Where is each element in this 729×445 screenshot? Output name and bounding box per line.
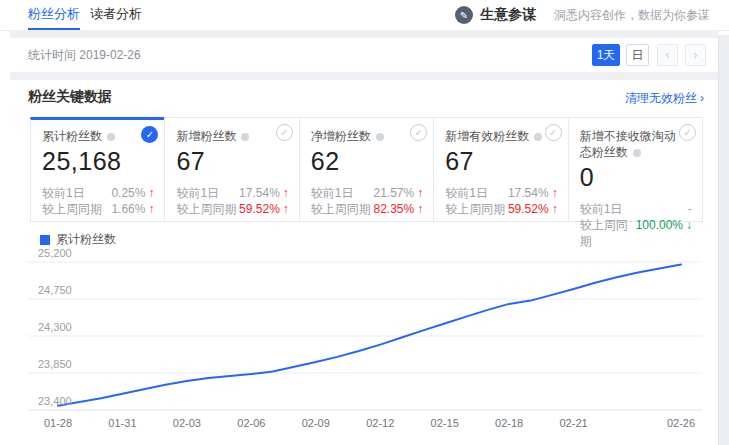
line-chart-canvas <box>0 225 718 445</box>
check-circle-icon: ✓ <box>141 126 158 143</box>
card-title: 新增粉丝数 <box>176 129 236 143</box>
compare-label: 较上周同期 <box>311 201 371 217</box>
info-icon[interactable] <box>534 133 542 141</box>
trend-chart: 累计粉丝数 23,40023,85024,30024,75025,20001-2… <box>0 225 718 445</box>
kpi-card[interactable]: ✓ 净增粉丝数 62 较前1日21.57%↑较上周同期82.35%↑ <box>299 117 434 222</box>
pen-icon: ✎ <box>455 6 473 24</box>
compare-value: 82.35%↑ <box>374 201 424 217</box>
compare-label: 较前1日 <box>580 201 623 217</box>
compare-value: 0.25%↑ <box>111 185 154 201</box>
x-axis-tick-label: 01-28 <box>30 417 86 429</box>
compare-row: 较上周同期59.52%↑ <box>176 201 288 217</box>
kpi-card[interactable]: ✓ 新增有效粉丝数 67 较前1日17.54%↑较上周同期59.52%↑ <box>433 117 568 222</box>
check-circle-icon: ✓ <box>276 124 293 141</box>
tab-fan-analysis[interactable]: 粉丝分析 <box>28 0 80 30</box>
filter-bar: 统计时间 2019-02-26 1天 日 ‹ › <box>0 38 718 72</box>
up-arrow-icon: ↑ <box>283 186 289 200</box>
separator-band <box>10 30 718 38</box>
clean-link-label: 清理无效粉丝 <box>625 91 697 105</box>
compare-label: 较前1日 <box>42 185 85 201</box>
compare-row: 较上周同期1.66%↑ <box>42 201 154 217</box>
compare-row: 较前1日21.57%↑ <box>311 185 423 201</box>
card-title: 新增有效粉丝数 <box>445 129 529 143</box>
card-compare-rows: 较前1日17.54%↑较上周同期59.52%↑ <box>176 185 288 217</box>
card-compare-rows: 较前1日17.54%↑较上周同期59.52%↑ <box>445 185 557 217</box>
compare-label: 较上周同期 <box>42 201 102 217</box>
y-axis-tick-label: 23,850 <box>38 358 72 370</box>
compare-row: 较前1日17.54%↑ <box>176 185 288 201</box>
x-axis-tick-label: 02-03 <box>159 417 215 429</box>
kpi-card[interactable]: ✓ 新增不接收微淘动态粉丝数 0 较前1日-较上周同期100.00%↓ <box>568 117 703 222</box>
compare-row: 较上周同期82.35%↑ <box>311 201 423 217</box>
brand-area: ✎ 生意参谋 洞悉内容创作，数据为你参谋 <box>455 0 710 30</box>
clean-invalid-fans-link[interactable]: 清理无效粉丝› <box>625 90 704 107</box>
card-compare-rows: 较前1日21.57%↑较上周同期82.35%↑ <box>311 185 423 217</box>
compare-value: 21.57%↑ <box>374 185 424 201</box>
chevron-left-icon: ‹ <box>666 48 670 62</box>
up-arrow-icon: ↑ <box>417 186 423 200</box>
compare-value: - <box>688 201 692 217</box>
card-value: 67 <box>176 147 288 176</box>
x-axis-tick-label: 02-09 <box>288 417 344 429</box>
compare-label: 较上周同期 <box>445 201 505 217</box>
compare-row: 较前1日- <box>580 201 692 217</box>
check-circle-icon: ✓ <box>545 124 562 141</box>
card-value: 25,168 <box>42 147 154 176</box>
info-icon[interactable] <box>107 133 115 141</box>
x-axis-tick-label: 02-15 <box>417 417 473 429</box>
up-arrow-icon: ↑ <box>552 202 558 216</box>
chevron-right-icon: › <box>694 48 698 62</box>
tab-reader-analysis[interactable]: 读者分析 <box>90 0 142 28</box>
card-title: 新增不接收微淘动态粉丝数 <box>580 129 676 159</box>
fan-analysis-page: 粉丝分析 读者分析 ✎ 生意参谋 洞悉内容创作，数据为你参谋 统计时间 2019… <box>0 0 729 445</box>
up-arrow-icon: ↑ <box>148 186 154 200</box>
compare-value: 59.52%↑ <box>239 201 289 217</box>
card-value: 0 <box>580 163 692 192</box>
y-axis-tick-label: 23,400 <box>38 395 72 407</box>
range-1day-button[interactable]: 1天 <box>592 44 620 66</box>
x-axis-tick-label: 02-12 <box>352 417 408 429</box>
card-value: 62 <box>311 147 423 176</box>
compare-value: 59.52%↑ <box>508 201 558 217</box>
card-value: 67 <box>445 147 557 176</box>
date-controls: 1天 日 ‹ › <box>592 44 713 66</box>
up-arrow-icon: ↑ <box>552 186 558 200</box>
compare-value: 17.54%↑ <box>239 185 289 201</box>
info-icon[interactable] <box>241 133 249 141</box>
prev-date-button[interactable]: ‹ <box>657 44 678 66</box>
compare-label: 较前1日 <box>445 185 488 201</box>
unit-day-button[interactable]: 日 <box>626 44 649 66</box>
top-nav: 粉丝分析 读者分析 ✎ 生意参谋 洞悉内容创作，数据为你参谋 <box>0 0 729 31</box>
compare-label: 较前1日 <box>311 185 354 201</box>
compare-label: 较前1日 <box>176 185 219 201</box>
x-axis-tick-label: 02-18 <box>481 417 537 429</box>
x-axis-tick-label: 02-21 <box>546 417 602 429</box>
stat-time-label: 统计时间 2019-02-26 <box>28 38 141 72</box>
info-icon[interactable] <box>633 149 641 157</box>
chevron-right-icon: › <box>700 91 704 105</box>
info-icon[interactable] <box>376 133 384 141</box>
up-arrow-icon: ↑ <box>283 202 289 216</box>
page-gutter <box>718 35 729 445</box>
next-date-button[interactable]: › <box>685 44 706 66</box>
x-axis-tick-label: 01-31 <box>94 417 150 429</box>
kpi-cards-row: ✓ 累计粉丝数 25,168 较前1日0.25%↑较上周同期1.66%↑ ✓ 新… <box>30 117 703 222</box>
compare-value: 17.54%↑ <box>508 185 558 201</box>
kpi-card[interactable]: ✓ 新增粉丝数 67 较前1日17.54%↑较上周同期59.52%↑ <box>164 117 299 222</box>
compare-label: 较上周同期 <box>176 201 236 217</box>
y-axis-tick-label: 24,300 <box>38 321 72 333</box>
trend-line <box>58 265 681 406</box>
x-axis-tick-label: 02-26 <box>653 417 709 429</box>
main-panel: 粉丝关键数据 清理无效粉丝› ✓ 累计粉丝数 25,168 较前1日0.25%↑… <box>0 80 718 445</box>
compare-value: 1.66%↑ <box>111 201 154 217</box>
section-title: 粉丝关键数据 <box>28 88 112 106</box>
kpi-card[interactable]: ✓ 累计粉丝数 25,168 较前1日0.25%↑较上周同期1.66%↑ <box>30 117 165 222</box>
card-title: 净增粉丝数 <box>311 129 371 143</box>
compare-row: 较前1日17.54%↑ <box>445 185 557 201</box>
separator-band <box>10 72 718 80</box>
brand-name: 生意参谋 <box>480 6 536 24</box>
y-axis-tick-label: 25,200 <box>38 247 72 259</box>
check-circle-icon: ✓ <box>679 124 696 141</box>
up-arrow-icon: ↑ <box>417 202 423 216</box>
check-circle-icon: ✓ <box>410 124 427 141</box>
